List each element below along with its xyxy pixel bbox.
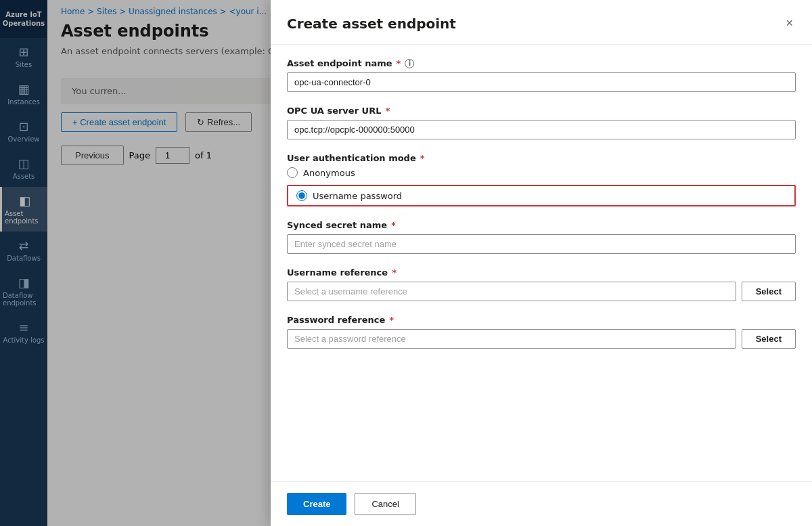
opc-url-input[interactable] <box>287 120 796 139</box>
endpoint-name-group: Asset endpoint name * i <box>287 58 796 92</box>
opc-url-label: OPC UA server URL * <box>287 106 796 116</box>
create-asset-endpoint-dialog: Create asset endpoint × Asset endpoint n… <box>271 0 812 526</box>
dialog-title: Create asset endpoint <box>287 16 456 32</box>
dialog-footer: Create Cancel <box>271 481 812 526</box>
cancel-button[interactable]: Cancel <box>355 493 415 515</box>
username-password-radio-option[interactable]: Username password <box>296 190 402 201</box>
dialog-body: Asset endpoint name * i OPC UA server UR… <box>271 45 812 481</box>
required-indicator: * <box>385 106 390 116</box>
dialog-close-button[interactable]: × <box>783 14 796 33</box>
username-ref-select-button[interactable]: Select <box>742 282 796 301</box>
required-indicator: * <box>391 220 396 230</box>
username-ref-input-group: Select <box>287 282 796 301</box>
username-password-selected-box: Username password <box>287 185 796 206</box>
info-icon: i <box>405 59 414 68</box>
username-password-radio[interactable] <box>296 190 307 201</box>
endpoint-name-input[interactable] <box>287 72 796 92</box>
required-indicator: * <box>392 267 397 278</box>
auth-mode-label: User authentication mode * <box>287 153 796 163</box>
anonymous-label: Anonymous <box>303 168 355 178</box>
username-password-label: Username password <box>313 191 402 201</box>
password-ref-group: Password reference * Select <box>287 315 796 349</box>
username-ref-group: Username reference * Select <box>287 267 796 301</box>
synced-secret-input[interactable] <box>287 234 796 254</box>
password-ref-select-button[interactable]: Select <box>742 329 796 349</box>
synced-secret-label: Synced secret name * <box>287 220 796 230</box>
endpoint-name-label: Asset endpoint name * i <box>287 58 796 68</box>
anonymous-radio-option[interactable]: Anonymous <box>287 167 796 178</box>
required-indicator: * <box>397 58 401 68</box>
username-ref-input[interactable] <box>287 282 736 301</box>
auth-mode-radio-group: Anonymous Username password <box>287 167 796 206</box>
auth-mode-group: User authentication mode * Anonymous Use… <box>287 153 796 206</box>
password-ref-label: Password reference * <box>287 315 796 325</box>
create-button[interactable]: Create <box>287 493 346 515</box>
password-ref-input[interactable] <box>287 329 736 349</box>
dialog-header: Create asset endpoint × <box>271 0 812 45</box>
password-ref-input-group: Select <box>287 329 796 349</box>
opc-url-group: OPC UA server URL * <box>287 106 796 139</box>
synced-secret-group: Synced secret name * <box>287 220 796 254</box>
username-ref-label: Username reference * <box>287 267 796 278</box>
required-indicator: * <box>420 153 425 163</box>
anonymous-radio[interactable] <box>287 167 298 178</box>
required-indicator: * <box>389 315 394 325</box>
